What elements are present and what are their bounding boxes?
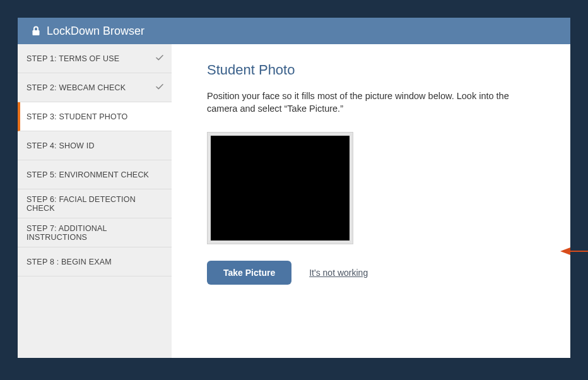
take-picture-button[interactable]: Take Picture <box>207 261 291 285</box>
app-title: LockDown Browser <box>47 25 144 38</box>
title-bar: LockDown Browser <box>18 18 570 44</box>
sidebar-step-3[interactable]: STEP 3: STUDENT PHOTO <box>18 102 172 131</box>
instructions-text: Position your face so it fills most of t… <box>207 90 535 116</box>
main-content: Student Photo Position your face so it f… <box>172 44 570 358</box>
svg-marker-2 <box>560 247 570 255</box>
check-icon <box>155 53 164 64</box>
sidebar-step-7[interactable]: STEP 7: ADDITIONAL INSTRUCTIONS <box>18 218 172 247</box>
sidebar-step-6[interactable]: STEP 6: FACIAL DETECTION CHECK <box>18 189 172 218</box>
sidebar-step-2[interactable]: STEP 2: WEBCAM CHECK <box>18 73 172 102</box>
sidebar-step-label: STEP 6: FACIAL DETECTION CHECK <box>26 195 163 213</box>
sidebar-step-label: STEP 4: SHOW ID <box>26 141 95 150</box>
sidebar-step-label: STEP 8 : BEGIN EXAM <box>26 258 112 266</box>
lock-icon <box>32 26 40 36</box>
sidebar-step-4[interactable]: STEP 4: SHOW ID <box>18 131 172 160</box>
sidebar-step-label: STEP 5: ENVIRONMENT CHECK <box>26 170 149 179</box>
check-icon <box>155 82 164 93</box>
app-body: STEP 1: TERMS OF USE STEP 2: WEBCAM CHEC… <box>18 44 570 358</box>
sidebar-step-label: STEP 3: STUDENT PHOTO <box>26 112 128 121</box>
camera-preview <box>211 136 350 240</box>
sidebar-step-label: STEP 7: ADDITIONAL INSTRUCTIONS <box>26 224 163 242</box>
app-window: LockDown Browser STEP 1: TERMS OF USE ST… <box>18 18 570 358</box>
camera-preview-frame <box>207 132 353 244</box>
sidebar-step-8[interactable]: STEP 8 : BEGIN EXAM <box>18 247 172 276</box>
page-title: Student Photo <box>207 62 545 78</box>
sidebar-step-label: STEP 2: WEBCAM CHECK <box>26 83 126 92</box>
sidebar-step-5[interactable]: STEP 5: ENVIRONMENT CHECK <box>18 160 172 189</box>
not-working-link[interactable]: It's not working <box>309 268 368 278</box>
action-row: Take Picture It's not working <box>207 261 545 285</box>
svg-rect-0 <box>33 30 40 35</box>
sidebar-step-1[interactable]: STEP 1: TERMS OF USE <box>18 44 172 73</box>
sidebar: STEP 1: TERMS OF USE STEP 2: WEBCAM CHEC… <box>18 44 172 358</box>
annotation-arrow-icon <box>559 247 588 256</box>
sidebar-step-label: STEP 1: TERMS OF USE <box>26 54 119 63</box>
